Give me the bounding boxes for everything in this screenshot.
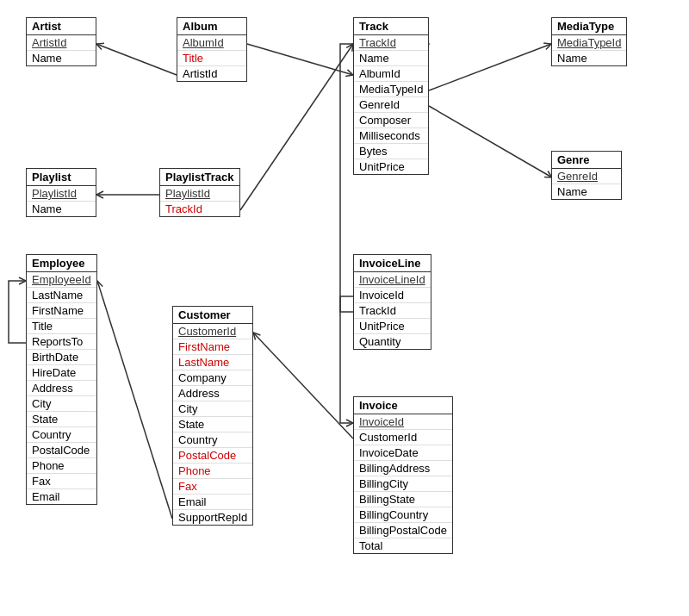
field-customer-phone: Phone [173, 464, 252, 479]
table-title-invoiceline: InvoiceLine [354, 255, 431, 272]
field-track-mediatypeid: MediaTypeId [354, 82, 428, 97]
field-album-artistid: ArtistId [177, 66, 246, 81]
field-customer-supportrepid: SupportRepId [173, 510, 252, 525]
table-customer: CustomerCustomerIdFirstNameLastNameCompa… [172, 306, 253, 526]
field-invoice-invoiceid: InvoiceId [354, 414, 452, 430]
table-album: AlbumAlbumIdTitleArtistId [177, 17, 247, 82]
field-track-milliseconds: Milliseconds [354, 128, 428, 144]
field-invoiceline-trackid: TrackId [354, 303, 431, 319]
field-employee-state: State [27, 412, 96, 427]
field-employee-email: Email [27, 489, 96, 504]
table-title-customer: Customer [173, 307, 252, 324]
table-playlist: PlaylistPlaylistIdName [26, 168, 96, 217]
table-title-playlisttrack: PlaylistTrack [160, 169, 239, 186]
field-employee-birthdate: BirthDate [27, 350, 96, 365]
field-invoice-total: Total [354, 538, 452, 553]
field-album-albumid: AlbumId [177, 35, 246, 51]
table-title-invoice: Invoice [354, 397, 452, 414]
field-invoice-billingaddress: BillingAddress [354, 461, 452, 476]
field-album-title: Title [177, 51, 246, 66]
field-employee-city: City [27, 396, 96, 412]
field-employee-phone: Phone [27, 458, 96, 474]
field-artist-artistid: ArtistId [27, 35, 96, 51]
table-invoiceline: InvoiceLineInvoiceLineIdInvoiceIdTrackId… [353, 254, 431, 350]
field-customer-country: Country [173, 432, 252, 448]
table-title-genre: Genre [552, 152, 621, 169]
field-employee-country: Country [27, 427, 96, 443]
table-title-track: Track [354, 18, 428, 35]
field-customer-email: Email [173, 495, 252, 510]
field-playlist-name: Name [27, 202, 96, 216]
table-invoice: InvoiceInvoiceIdCustomerIdInvoiceDateBil… [353, 396, 453, 554]
field-invoice-billingstate: BillingState [354, 492, 452, 507]
field-mediatype-name: Name [552, 51, 626, 65]
table-track: TrackTrackIdNameAlbumIdMediaTypeIdGenreI… [353, 17, 429, 175]
table-title-playlist: Playlist [27, 169, 96, 186]
field-employee-employeeid: EmployeeId [27, 272, 96, 288]
field-invoiceline-invoicelineid: InvoiceLineId [354, 272, 431, 288]
table-title-employee: Employee [27, 255, 96, 272]
field-employee-fax: Fax [27, 474, 96, 489]
field-customer-company: Company [173, 370, 252, 386]
field-playlisttrack-playlistid: PlaylistId [160, 186, 239, 202]
table-title-artist: Artist [27, 18, 96, 35]
field-customer-customerid: CustomerId [173, 324, 252, 339]
field-customer-lastname: LastName [173, 355, 252, 370]
field-employee-firstname: FirstName [27, 303, 96, 319]
field-mediatype-mediatypeid: MediaTypeId [552, 35, 626, 51]
table-title-album: Album [177, 18, 246, 35]
field-invoice-billingcity: BillingCity [354, 476, 452, 492]
table-artist: ArtistArtistIdName [26, 17, 96, 66]
field-track-unitprice: UnitPrice [354, 159, 428, 174]
field-track-genreid: GenreId [354, 97, 428, 113]
field-employee-hiredate: HireDate [27, 365, 96, 381]
field-customer-postalcode: PostalCode [173, 448, 252, 464]
field-invoiceline-unitprice: UnitPrice [354, 319, 431, 334]
table-mediatype: MediaTypeMediaTypeIdName [551, 17, 627, 66]
erd-diagram: ArtistArtistIdNameAlbumAlbumIdTitleArtis… [0, 0, 689, 616]
field-employee-lastname: LastName [27, 288, 96, 303]
field-playlist-playlistid: PlaylistId [27, 186, 96, 202]
field-employee-postalcode: PostalCode [27, 443, 96, 458]
field-customer-address: Address [173, 386, 252, 401]
field-track-trackid: TrackId [354, 35, 428, 51]
field-invoice-billingpostalcode: BillingPostalCode [354, 523, 452, 538]
field-track-composer: Composer [354, 113, 428, 128]
field-customer-firstname: FirstName [173, 339, 252, 355]
field-genre-genreid: GenreId [552, 169, 621, 184]
field-customer-fax: Fax [173, 479, 252, 495]
field-invoice-billingcountry: BillingCountry [354, 507, 452, 523]
field-employee-address: Address [27, 381, 96, 396]
field-customer-city: City [173, 401, 252, 417]
field-genre-name: Name [552, 184, 621, 199]
field-employee-title: Title [27, 319, 96, 334]
field-track-name: Name [354, 51, 428, 66]
field-employee-reportsto: ReportsTo [27, 334, 96, 350]
field-invoiceline-quantity: Quantity [354, 334, 431, 349]
field-invoice-customerid: CustomerId [354, 430, 452, 445]
table-employee: EmployeeEmployeeIdLastNameFirstNameTitle… [26, 254, 97, 505]
field-invoiceline-invoiceid: InvoiceId [354, 288, 431, 303]
table-genre: GenreGenreIdName [551, 151, 622, 200]
field-invoice-invoicedate: InvoiceDate [354, 445, 452, 461]
field-track-albumid: AlbumId [354, 66, 428, 82]
table-playlisttrack: PlaylistTrackPlaylistIdTrackId [159, 168, 240, 217]
field-artist-name: Name [27, 51, 96, 65]
table-title-mediatype: MediaType [552, 18, 626, 35]
field-track-bytes: Bytes [354, 144, 428, 159]
field-customer-state: State [173, 417, 252, 432]
field-playlisttrack-trackid: TrackId [160, 202, 239, 216]
